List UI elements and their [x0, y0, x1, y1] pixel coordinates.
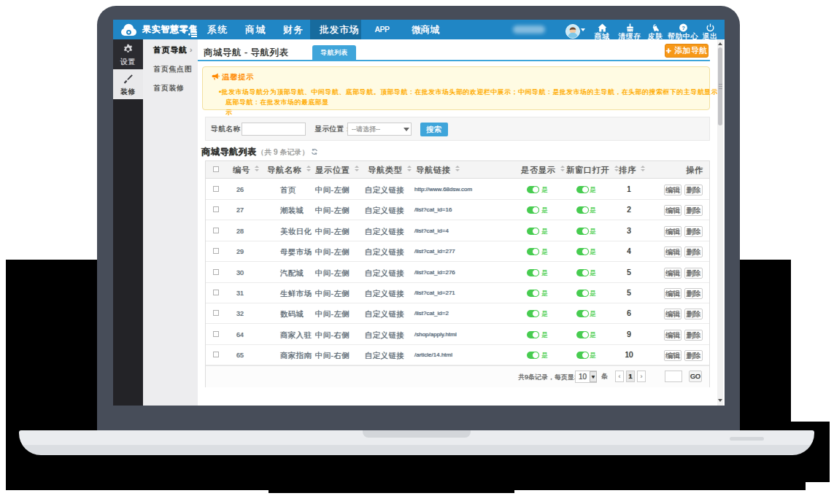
svg-text:?: ?	[682, 25, 685, 31]
